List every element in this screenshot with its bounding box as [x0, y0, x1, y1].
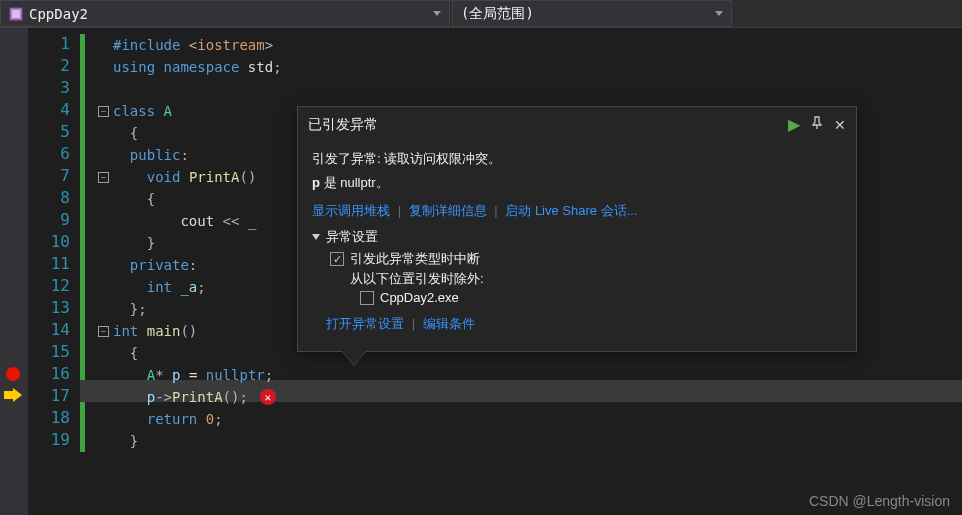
line-number: 12: [28, 276, 80, 298]
project-name: CppDay2: [29, 6, 433, 22]
line-number: 17: [28, 386, 80, 408]
continue-icon[interactable]: ▶: [788, 115, 800, 134]
break-on-exception-checkbox[interactable]: [330, 252, 344, 266]
outline-toggle[interactable]: −: [98, 326, 109, 337]
line-number: 16: [28, 364, 80, 386]
line-number: 14: [28, 320, 80, 342]
code-line[interactable]: #include <iostream>: [80, 34, 962, 56]
link-open-exception-settings[interactable]: 打开异常设置: [326, 316, 404, 331]
except-module-label: CppDay2.exe: [380, 290, 459, 305]
line-number: 9: [28, 210, 80, 232]
svg-rect-1: [12, 10, 20, 18]
except-module-checkbox[interactable]: [360, 291, 374, 305]
outline-toggle[interactable]: −: [98, 172, 109, 183]
expand-icon: [312, 234, 320, 240]
exception-message-2: p 是 nullptr。: [312, 174, 842, 192]
chevron-down-icon: [715, 11, 723, 16]
except-from-label: 从以下位置引发时除外:: [350, 270, 842, 288]
exception-message-1: 引发了异常: 读取访问权限冲突。: [312, 150, 842, 168]
settings-label: 异常设置: [326, 228, 378, 246]
top-bar: CppDay2 (全局范围): [0, 0, 962, 28]
break-on-exception-label: 引发此异常类型时中断: [350, 250, 480, 268]
exception-settings-header[interactable]: 异常设置: [312, 228, 842, 246]
link-copy-details[interactable]: 复制详细信息: [409, 203, 487, 218]
line-number: 1: [28, 34, 80, 56]
line-number: 7: [28, 166, 80, 188]
code-line[interactable]: return 0;: [80, 408, 962, 430]
line-number: 8: [28, 188, 80, 210]
chevron-down-icon: [433, 11, 441, 16]
line-number: 15: [28, 342, 80, 364]
line-number: 19: [28, 430, 80, 452]
code-line[interactable]: using namespace std;: [80, 56, 962, 78]
close-icon[interactable]: ✕: [834, 117, 846, 133]
popup-links: 显示调用堆栈 | 复制详细信息 | 启动 Live Share 会话...: [312, 202, 842, 220]
line-number: 6: [28, 144, 80, 166]
error-icon[interactable]: ✕: [260, 389, 276, 405]
line-number: 2: [28, 56, 80, 78]
watermark: CSDN @Length-vision: [809, 493, 950, 509]
project-dropdown[interactable]: CppDay2: [0, 0, 450, 27]
line-number: 4: [28, 100, 80, 122]
line-number-gutter: 12345678910111213141516171819: [28, 28, 80, 515]
line-number: 18: [28, 408, 80, 430]
exception-popup: 已引发异常 ▶ ✕ 引发了异常: 读取访问权限冲突。 p 是 nullptr。 …: [297, 106, 857, 352]
line-number: 5: [28, 122, 80, 144]
line-number: 13: [28, 298, 80, 320]
scope-label: (全局范围): [461, 5, 715, 23]
link-liveshare[interactable]: 启动 Live Share 会话...: [505, 203, 637, 218]
execution-arrow-icon: [4, 388, 22, 405]
scope-dropdown[interactable]: (全局范围): [452, 0, 732, 27]
code-line[interactable]: }: [80, 430, 962, 452]
breakpoint-gutter[interactable]: [0, 28, 28, 515]
link-callstack[interactable]: 显示调用堆栈: [312, 203, 390, 218]
breakpoint-dot[interactable]: [6, 367, 20, 381]
line-number: 10: [28, 232, 80, 254]
link-edit-conditions[interactable]: 编辑条件: [423, 316, 475, 331]
popup-pointer: [342, 351, 366, 365]
line-number: 3: [28, 78, 80, 100]
pin-icon[interactable]: [810, 116, 824, 133]
line-number: 11: [28, 254, 80, 276]
popup-title: 已引发异常: [308, 116, 788, 134]
code-line[interactable]: [80, 78, 962, 100]
outline-toggle[interactable]: −: [98, 106, 109, 117]
project-icon: [9, 7, 23, 21]
